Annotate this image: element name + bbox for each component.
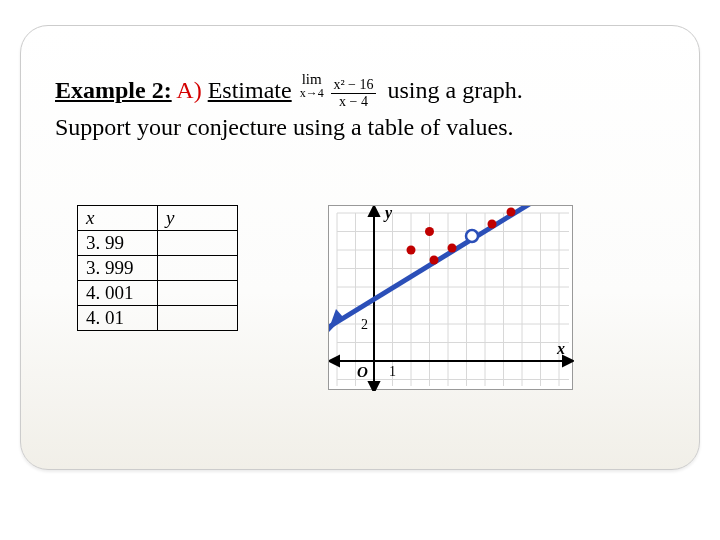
hole-point [466,230,478,242]
col-header-x: x [78,205,158,230]
table-row: 3. 99 [78,230,238,255]
y-tick-2: 2 [361,317,368,332]
svg-point-31 [430,255,439,264]
x-tick-1: 1 [389,364,396,379]
prompt-line2: Support your conjecture using a table of… [55,114,514,140]
table-row: 4. 01 [78,305,238,330]
cell-y [158,280,238,305]
table-row: 3. 999 [78,255,238,280]
limit-expression: lim x→4 x² − 16 x − 4 [300,72,376,109]
cell-x: 4. 01 [78,305,158,330]
svg-point-32 [448,243,457,252]
svg-point-27 [407,245,416,254]
svg-point-33 [488,219,497,228]
col-header-y: y [158,205,238,230]
table-header-row: x y [78,205,238,230]
cell-x: 3. 999 [78,255,158,280]
svg-marker-24 [369,382,379,391]
part-label: A) [176,77,201,103]
values-table: x y 3. 99 3. 999 4. 001 4. 01 [77,205,238,331]
limit-lim: lim [300,72,324,87]
y-axis-label: y [383,206,393,222]
prompt-after-limit: using a graph. [388,77,523,103]
svg-marker-21 [563,356,573,366]
svg-point-28 [425,227,434,236]
question-prompt: Example 2: A) Estimate lim x→4 x² − 16 x… [55,74,665,145]
cell-y [158,230,238,255]
graph-svg: y x O 1 2 [329,206,574,391]
limit-numerator: x² − 16 [331,78,375,94]
svg-point-34 [507,207,516,216]
limit-sub: x→4 [300,87,324,99]
table-row: 4. 001 [78,280,238,305]
cell-y [158,255,238,280]
content-row: x y 3. 99 3. 999 4. 001 4. 01 [55,205,665,390]
x-axis-label: x [556,340,565,357]
svg-marker-23 [369,206,379,216]
limit-denominator: x − 4 [331,94,375,109]
cell-y [158,305,238,330]
slide-card: Example 2: A) Estimate lim x→4 x² − 16 x… [20,25,700,470]
svg-marker-22 [329,356,339,366]
cell-x: 3. 99 [78,230,158,255]
example-label: Example 2: [55,77,172,103]
plot-line [329,206,549,334]
cell-x: 4. 001 [78,280,158,305]
graph-panel: y x O 1 2 [328,205,573,390]
prompt-verb: Estimate [208,77,292,103]
origin-label: O [357,364,368,380]
